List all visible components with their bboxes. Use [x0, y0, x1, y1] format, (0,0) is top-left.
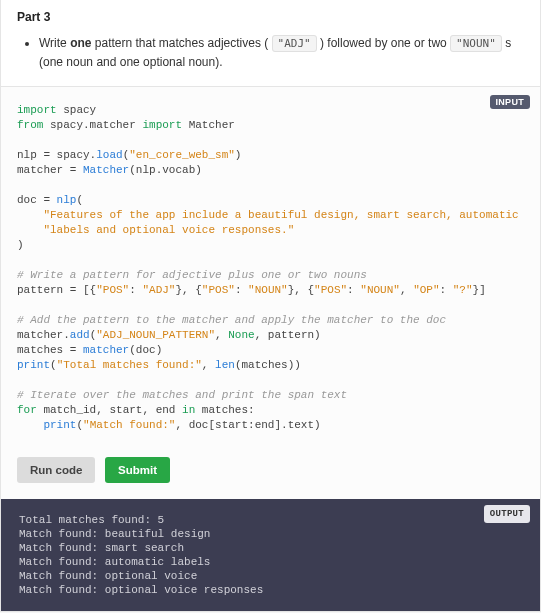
code-chip-noun: "NOUN"	[450, 35, 502, 52]
part-body: Write one pattern that matches adjective…	[17, 34, 524, 72]
output-panel: OUTPUT Total matches found: 5 Match foun…	[1, 499, 540, 611]
button-row: Run code Submit	[1, 443, 540, 499]
instruction-bold: one	[70, 36, 91, 50]
run-code-button[interactable]: Run code	[17, 457, 95, 483]
code-block: import spacy from spacy.matcher import M…	[17, 103, 524, 433]
output-text: Total matches found: 5 Match found: beau…	[19, 513, 522, 597]
part-title: Part 3	[17, 10, 524, 24]
exercise-container: Part 3 Write one pattern that matches ad…	[0, 0, 541, 612]
instruction-item: Write one pattern that matches adjective…	[39, 34, 524, 72]
input-tag: INPUT	[490, 95, 531, 109]
instruction-text: ) followed by one or two	[317, 36, 450, 50]
instruction-text: Write	[39, 36, 70, 50]
part-section: Part 3 Write one pattern that matches ad…	[1, 0, 540, 87]
instruction-text: pattern that matches adjectives (	[91, 36, 271, 50]
submit-button[interactable]: Submit	[105, 457, 170, 483]
code-editor[interactable]: INPUT import spacy from spacy.matcher im…	[1, 87, 540, 443]
output-tag: OUTPUT	[484, 505, 530, 523]
code-chip-adj: "ADJ"	[272, 35, 317, 52]
